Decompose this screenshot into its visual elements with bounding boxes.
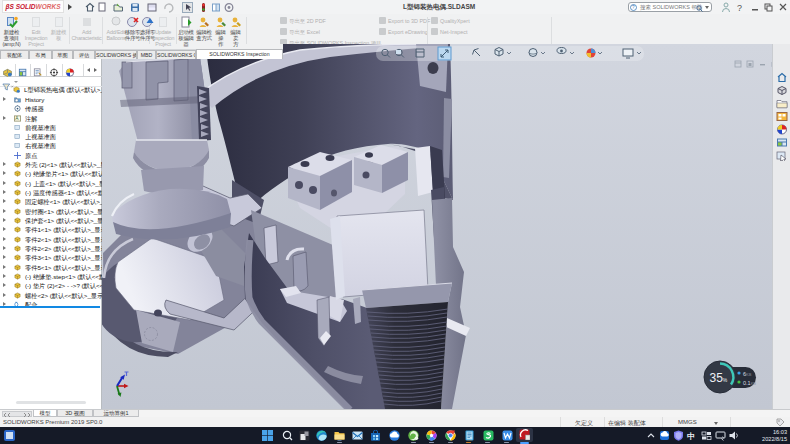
svg-text:?: ? <box>737 3 742 13</box>
svg-text:?: ? <box>632 5 635 10</box>
svg-text:0.1KB: 0.1KB <box>743 380 756 386</box>
svg-text:6KB: 6KB <box>743 371 752 377</box>
